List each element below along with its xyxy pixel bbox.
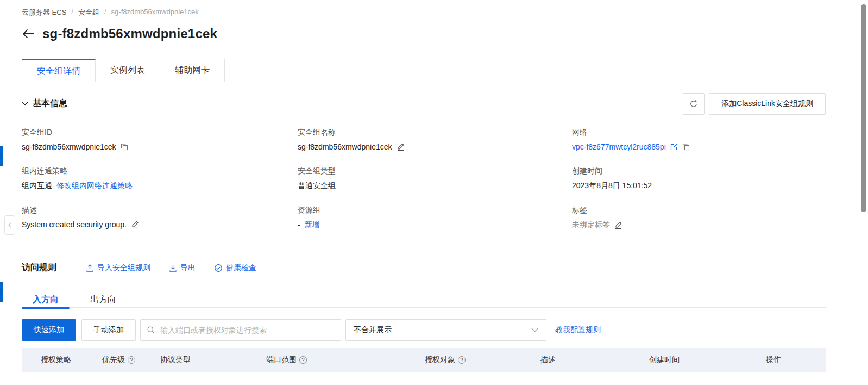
field-label: 资源组	[298, 206, 320, 215]
health-check-link[interactable]: 健康检查	[214, 263, 256, 273]
rules-toolbar: 快速添加 手动添加 不合并展示 教我配置规则	[22, 319, 601, 341]
field-sg-name: 安全组名称 sg-f8zdmb56xmwdpnie1cek	[298, 128, 405, 151]
quick-add-button[interactable]: 快速添加	[22, 319, 76, 341]
column-description: 描述	[540, 348, 556, 372]
tab-security-group-detail[interactable]: 安全组详情	[22, 59, 96, 82]
field-label: 安全组类型	[298, 166, 336, 176]
field-tags: 标签 未绑定标签	[572, 206, 622, 230]
left-accent-bar	[0, 146, 3, 166]
breadcrumb-ecs[interactable]: 云服务器 ECS	[22, 8, 66, 17]
field-created-time: 创建时间 2023年8月8日 15:01:52	[572, 166, 652, 191]
edit-icon[interactable]	[614, 221, 622, 229]
search-input[interactable]	[140, 319, 341, 341]
tab-secondary-eni[interactable]: 辅助网卡	[160, 59, 225, 82]
page-title: sg-f8zdmb56xmwdpnie1cek	[42, 26, 217, 41]
section-divider	[22, 246, 826, 246]
help-icon[interactable]	[128, 356, 135, 364]
sg-type-value: 普通安全组	[298, 181, 336, 191]
detail-tabbar: 安全组详情 实例列表 辅助网卡	[22, 59, 826, 82]
modify-policy-link[interactable]: 修改组内网络连通策略	[56, 181, 133, 191]
upload-icon	[86, 264, 94, 272]
scrollbar-thumb[interactable]	[861, 4, 866, 212]
left-panel-divider	[10, 0, 10, 385]
help-icon[interactable]	[458, 356, 466, 364]
field-network: 网络 vpc-f8z677mwtcyl2ruc885pi	[572, 128, 690, 151]
left-accent-bar	[0, 282, 3, 302]
breadcrumb: 云服务器 ECS / 安全组 / sg-f8zdmb56xmwdpnie1cek	[22, 8, 199, 17]
import-rules-link[interactable]: 导入安全组规则	[86, 263, 150, 273]
column-actions: 操作	[766, 348, 781, 372]
manual-add-button[interactable]: 手动添加	[81, 319, 136, 341]
sg-id-value: sg-f8zdmb56xmwdpnie1cek	[22, 142, 116, 151]
security-group-detail-page: 云服务器 ECS / 安全组 / sg-f8zdmb56xmwdpnie1cek…	[0, 0, 868, 385]
column-port-range: 端口范围	[266, 348, 307, 372]
column-policy: 授权策略	[41, 348, 71, 372]
resource-group-value: -	[298, 221, 300, 229]
vpc-link[interactable]: vpc-f8z677mwtcyl2ruc885pi	[572, 142, 666, 151]
search-icon	[147, 326, 155, 334]
tab-inbound[interactable]: 入方向	[22, 291, 70, 308]
display-mode-value: 不合并展示	[354, 325, 392, 335]
field-internal-policy: 组内连通策略 组内互通 修改组内网络连通策略	[22, 166, 133, 191]
column-protocol: 协议类型	[160, 348, 191, 372]
check-circle-icon	[214, 264, 223, 272]
breadcrumb-separator: /	[71, 8, 73, 17]
field-sg-type: 安全组类型 普通安全组	[298, 166, 336, 191]
column-priority: 优先级	[102, 348, 135, 372]
basic-info-section-header[interactable]: 基本信息	[22, 98, 67, 109]
rules-search	[140, 319, 341, 341]
field-label: 组内连通策略	[22, 166, 133, 176]
back-button[interactable]	[22, 27, 35, 40]
field-label: 安全组名称	[298, 128, 405, 138]
add-classiclink-rule-button[interactable]: 添加ClassicLink安全组规则	[709, 93, 826, 115]
back-arrow-icon	[22, 29, 34, 39]
teach-me-rules-link[interactable]: 教我配置规则	[555, 325, 601, 335]
sidebar-collapse-handle[interactable]	[4, 215, 15, 235]
breadcrumb-current: sg-f8zdmb56xmwdpnie1cek	[111, 8, 199, 17]
policy-value: 组内互通	[22, 181, 52, 191]
tab-instance-list[interactable]: 实例列表	[96, 59, 160, 82]
chevron-down-icon	[22, 102, 28, 106]
description-value: System created security group.	[22, 220, 127, 229]
created-time-value: 2023年8月8日 15:01:52	[572, 181, 652, 191]
download-icon	[169, 264, 177, 272]
chevron-down-icon	[531, 328, 538, 333]
field-label: 标签	[572, 206, 622, 215]
copy-icon[interactable]	[121, 143, 128, 151]
refresh-icon	[689, 100, 698, 108]
chevron-left-icon	[8, 222, 12, 228]
field-label: 安全组ID	[22, 128, 128, 138]
title-row: sg-f8zdmb56xmwdpnie1cek	[22, 26, 217, 41]
column-created-time: 创建时间	[649, 348, 680, 372]
field-resource-group: 资源组 - 新增	[298, 206, 320, 230]
external-link-icon[interactable]	[670, 143, 678, 151]
basic-info-title: 基本信息	[33, 98, 67, 109]
sg-name-value: sg-f8zdmb56xmwdpnie1cek	[298, 142, 392, 151]
rules-table-header: 授权策略 优先级 协议类型 端口范围 授权对象 描述 创建时间 操作	[22, 348, 826, 372]
copy-icon[interactable]	[682, 143, 690, 151]
vertical-scrollbar[interactable]	[860, 0, 867, 385]
add-resource-group-link[interactable]: 新增	[305, 220, 320, 230]
breadcrumb-security-groups[interactable]: 安全组	[78, 8, 99, 17]
field-sg-id: 安全组ID sg-f8zdmb56xmwdpnie1cek	[22, 128, 128, 151]
access-rules-header: 访问规则 导入安全组规则 导出 健康检查	[22, 262, 275, 274]
export-rules-link[interactable]: 导出	[169, 263, 196, 273]
tab-outbound[interactable]: 出方向	[79, 291, 127, 308]
field-label: 网络	[572, 128, 690, 138]
access-rules-title: 访问规则	[22, 262, 56, 274]
edit-icon[interactable]	[397, 142, 405, 151]
breadcrumb-separator: /	[104, 8, 106, 17]
header-actions: 添加ClassicLink安全组规则	[683, 93, 826, 115]
field-label: 描述	[22, 206, 139, 215]
refresh-button[interactable]	[683, 93, 705, 115]
column-authorization-object: 授权对象	[425, 348, 466, 372]
field-label: 创建时间	[572, 166, 652, 176]
field-description: 描述 System created security group.	[22, 206, 139, 229]
display-mode-select[interactable]: 不合并展示	[345, 319, 546, 341]
tags-value: 未绑定标签	[572, 220, 610, 230]
direction-tabbar: 入方向 出方向	[22, 291, 826, 308]
edit-icon[interactable]	[131, 220, 139, 229]
help-icon[interactable]	[299, 356, 307, 364]
